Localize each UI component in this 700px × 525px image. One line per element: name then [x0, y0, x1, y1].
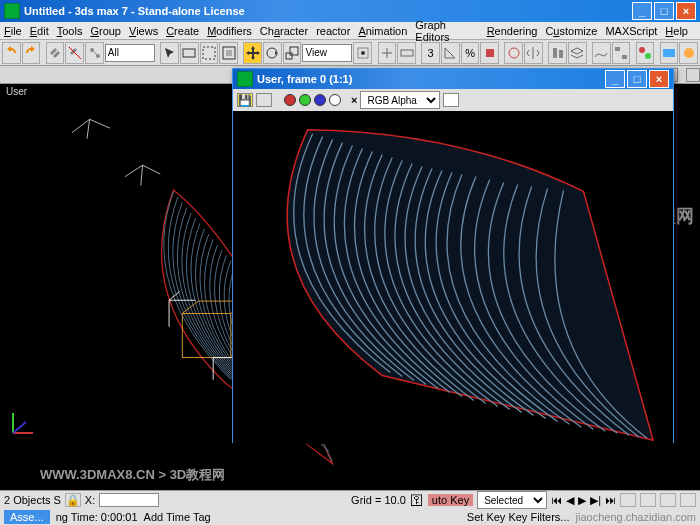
save-image-button[interactable]: 💾 [237, 93, 253, 107]
material-button[interactable] [636, 42, 655, 64]
svg-point-9 [361, 51, 365, 55]
svg-point-18 [639, 47, 645, 53]
window-title: Untitled - 3ds max 7 - Stand-alone Licen… [24, 5, 245, 17]
svg-rect-7 [286, 53, 292, 59]
render-titlebar[interactable]: User, frame 0 (1:1) _ □ × [233, 69, 673, 89]
render-scene-button[interactable] [660, 42, 679, 64]
align-button[interactable] [548, 42, 567, 64]
curve-editor-button[interactable] [592, 42, 611, 64]
select-region-button[interactable] [200, 42, 219, 64]
move-button[interactable] [243, 42, 262, 64]
clone-button[interactable] [256, 93, 272, 107]
svg-rect-16 [615, 47, 620, 51]
spinner-snap-button[interactable] [480, 42, 499, 64]
lock-icon[interactable]: 🔒 [65, 493, 81, 507]
keymode-dropdown[interactable]: Selected [477, 491, 547, 509]
menu-reactor[interactable]: reactor [316, 25, 350, 37]
render-close-button[interactable]: × [649, 70, 669, 88]
minimize-button[interactable]: _ [632, 2, 652, 20]
angle-snap-button[interactable] [441, 42, 460, 64]
status-bar: 2 Objects S 🔒 X: Grid = 10.0 ⚿ uto Key S… [0, 490, 700, 509]
main-toolbar: 3 % [0, 40, 700, 66]
taskbar-button[interactable]: Asse... [4, 510, 50, 524]
x-field[interactable] [99, 493, 159, 507]
main-titlebar: Untitled - 3ds max 7 - Stand-alone Licen… [0, 0, 700, 22]
svg-rect-8 [290, 47, 298, 55]
app-icon [4, 3, 20, 19]
quick-render-button[interactable] [679, 42, 698, 64]
go-end-icon[interactable]: ⏭ [605, 494, 616, 506]
menu-modifiers[interactable]: Modifiers [207, 25, 252, 37]
schematic-button[interactable] [612, 42, 631, 64]
menu-customize[interactable]: Customize [545, 25, 597, 37]
mono-channel-button[interactable] [329, 94, 341, 106]
color-swatch[interactable] [443, 93, 459, 107]
play-icon[interactable]: ▶ [578, 494, 586, 507]
menu-file[interactable]: File [4, 25, 22, 37]
link-button[interactable] [46, 42, 65, 64]
svg-rect-17 [622, 55, 627, 59]
svg-point-19 [645, 53, 651, 59]
close-button[interactable]: × [676, 2, 696, 20]
viewport-label: User [6, 86, 27, 97]
layers-button[interactable] [568, 42, 587, 64]
menu-create[interactable]: Create [166, 25, 199, 37]
rotate-button[interactable] [263, 42, 282, 64]
nav-4-icon[interactable] [680, 493, 696, 507]
menu-bar: File Edit Tools Group Views Create Modif… [0, 22, 700, 40]
render-window[interactable]: User, frame 0 (1:1) _ □ × 💾 × RGB Alpha [232, 68, 674, 443]
svg-rect-11 [401, 50, 413, 56]
menu-graph[interactable]: Graph Editors [415, 19, 478, 43]
nav-2-icon[interactable] [640, 493, 656, 507]
channel-dropdown[interactable]: RGB Alpha [360, 91, 440, 109]
blue-channel-button[interactable] [314, 94, 326, 106]
setkey-label[interactable]: Set Key Key Filters... [467, 511, 570, 523]
add-time-tag[interactable]: Add Time Tag [144, 511, 211, 523]
keyboard-button[interactable] [397, 42, 416, 64]
render-app-icon [237, 71, 253, 87]
menu-views[interactable]: Views [129, 25, 158, 37]
watermark-url: WWW.3DMAX8.CN > 3D教程网 [40, 466, 225, 484]
bind-button[interactable] [85, 42, 104, 64]
snap-button[interactable]: 3 [421, 42, 440, 64]
mirror-button[interactable] [524, 42, 543, 64]
mini-tool-10[interactable] [686, 68, 700, 82]
manipulate-button[interactable] [378, 42, 397, 64]
unlink-button[interactable] [65, 42, 84, 64]
clear-icon[interactable]: × [351, 94, 357, 106]
menu-animation[interactable]: Animation [358, 25, 407, 37]
menu-character[interactable]: Character [260, 25, 308, 37]
menu-maxscript[interactable]: MAXScript [605, 25, 657, 37]
pivot-button[interactable] [353, 42, 372, 64]
go-start-icon[interactable]: ⏮ [551, 494, 562, 506]
red-channel-button[interactable] [284, 94, 296, 106]
percent-snap-button[interactable]: % [461, 42, 480, 64]
menu-group[interactable]: Group [90, 25, 121, 37]
selection-filter-dropdown[interactable] [105, 44, 155, 62]
nav-1-icon[interactable] [620, 493, 636, 507]
undo-button[interactable] [2, 42, 21, 64]
window-crossing-button[interactable] [219, 42, 238, 64]
menu-edit[interactable]: Edit [30, 25, 49, 37]
nav-3-icon[interactable] [660, 493, 676, 507]
render-toolbar: 💾 × RGB Alpha [233, 89, 673, 111]
refcoord-dropdown[interactable] [302, 44, 352, 62]
status-bar-2: Asse... ng Time: 0:00:01 Add Time Tag Se… [0, 509, 700, 525]
select-name-button[interactable] [180, 42, 199, 64]
green-channel-button[interactable] [299, 94, 311, 106]
autokey-button[interactable]: uto Key [428, 494, 473, 506]
prev-frame-icon[interactable]: ◀ [566, 494, 574, 507]
maximize-button[interactable]: □ [654, 2, 674, 20]
svg-rect-3 [203, 47, 215, 59]
next-frame-icon[interactable]: ▶| [590, 494, 601, 507]
menu-rendering[interactable]: Rendering [487, 25, 538, 37]
render-maximize-button[interactable]: □ [627, 70, 647, 88]
grid-label: Grid = 10.0 [351, 494, 406, 506]
render-minimize-button[interactable]: _ [605, 70, 625, 88]
redo-button[interactable] [22, 42, 41, 64]
select-button[interactable] [160, 42, 179, 64]
scale-button[interactable] [283, 42, 302, 64]
menu-help[interactable]: Help [665, 25, 688, 37]
menu-tools[interactable]: Tools [57, 25, 83, 37]
named-sel-button[interactable] [504, 42, 523, 64]
